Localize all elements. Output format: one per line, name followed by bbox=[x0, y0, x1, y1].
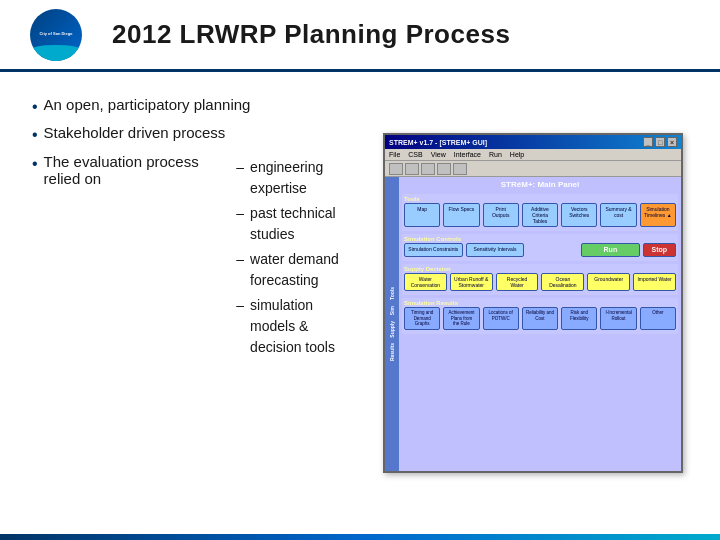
left-sidebar: Tools Sim Supply Results bbox=[385, 177, 399, 471]
logo: City of San Diego bbox=[30, 9, 82, 61]
sim-controls-row: Simulation Constraints Sensitivity Inter… bbox=[404, 243, 676, 257]
sub-bullet-3: water demand water demand forecasting fo… bbox=[236, 249, 358, 291]
menu-csb[interactable]: CSB bbox=[408, 151, 422, 158]
window-body: Tools Sim Supply Results STRéM+: Main Pa… bbox=[385, 177, 681, 471]
groundwater-btn[interactable]: Groundwater bbox=[587, 273, 630, 291]
tb-btn-2[interactable] bbox=[405, 163, 419, 175]
sidebar-label-1: Tools bbox=[389, 287, 395, 300]
bullet-3: The evaluation process relied on enginee… bbox=[32, 153, 358, 362]
tb-btn-5[interactable] bbox=[453, 163, 467, 175]
ocean-desal-btn[interactable]: Ocean Desalination bbox=[541, 273, 584, 291]
main-panels: STRéM+: Main Panel Tools Map Flow Specs … bbox=[399, 177, 681, 471]
tb-btn-3[interactable] bbox=[421, 163, 435, 175]
footer-line bbox=[0, 534, 720, 540]
page-title: 2012 LRWRP Planning Process bbox=[112, 19, 510, 50]
header: City of San Diego 2012 LRWRP Planning Pr… bbox=[0, 0, 720, 72]
toolbar bbox=[385, 161, 681, 177]
supply-label: Supply Decision bbox=[404, 266, 676, 272]
menu-file[interactable]: File bbox=[389, 151, 400, 158]
results-section: Simulation Results Timing and Demand Gra… bbox=[402, 298, 678, 333]
sim-constraints-btn[interactable]: Simulation Constraints bbox=[404, 243, 463, 257]
sim-controls-section: Simulation Controls Simulation Constrain… bbox=[402, 234, 678, 261]
other-btn[interactable]: Other bbox=[640, 307, 676, 329]
minimize-btn[interactable]: _ bbox=[643, 137, 653, 147]
tools-section: Tools Map Flow Specs Print Outputs Addit… bbox=[402, 194, 678, 231]
content-area: An open, participatory planning Stakehol… bbox=[0, 72, 720, 534]
additive-btn[interactable]: Additive Criteria Tables bbox=[522, 203, 558, 227]
main-bullet-list: An open, participatory planning Stakehol… bbox=[32, 96, 358, 368]
text-section: An open, participatory planning Stakehol… bbox=[32, 96, 358, 510]
water-conservation-btn[interactable]: Water Conservation bbox=[404, 273, 447, 291]
urban-runoff-btn[interactable]: Urban Runoff & Stormwater bbox=[450, 273, 493, 291]
sidebar-label-3: Supply bbox=[389, 321, 395, 338]
window-titlebar: STREM+ v1.7 - [STREM+ GUI] _ □ × bbox=[385, 135, 681, 149]
sub-bullet-2: past technical studies bbox=[236, 203, 358, 245]
tb-btn-4[interactable] bbox=[437, 163, 451, 175]
stop-btn[interactable]: Stop bbox=[643, 243, 676, 257]
reliability-btn[interactable]: Reliability and Cost bbox=[522, 307, 558, 329]
supply-section: Supply Decision Water Conservation Urban… bbox=[402, 264, 678, 295]
run-btn[interactable]: Run bbox=[581, 243, 640, 257]
sidebar-label-2: Sim bbox=[389, 306, 395, 315]
demand-graphs-btn[interactable]: Timing and Demand Graphs bbox=[404, 307, 440, 329]
menu-interface[interactable]: Interface bbox=[454, 151, 481, 158]
logo-area: City of San Diego bbox=[16, 7, 96, 63]
window-controls: _ □ × bbox=[643, 137, 677, 147]
bullet-2: Stakeholder driven process bbox=[32, 124, 358, 146]
recycled-water-btn[interactable]: Recycled Water bbox=[496, 273, 539, 291]
incremental-btn[interactable]: I-Incremental Rollout bbox=[600, 307, 636, 329]
sub-bullet-4: simulation models & simulation models & … bbox=[236, 295, 358, 358]
sub-bullet-1: engineering expertise bbox=[236, 157, 358, 199]
panel-title: STRéM+: Main Panel bbox=[402, 180, 678, 189]
tb-btn-1[interactable] bbox=[389, 163, 403, 175]
tools-label: Tools bbox=[404, 196, 676, 202]
results-label: Simulation Results bbox=[404, 300, 676, 306]
achievement-btn[interactable]: Achievement Plans from the Rule bbox=[443, 307, 479, 329]
sim-timelines-btn[interactable]: Simulation Timelines ▲ bbox=[640, 203, 676, 227]
logo-text: City of San Diego bbox=[37, 30, 74, 38]
sensitivity-btn[interactable]: Sensitivity Intervals bbox=[466, 243, 525, 257]
window-title: STREM+ v1.7 - [STREM+ GUI] bbox=[389, 139, 487, 146]
close-btn[interactable]: × bbox=[667, 137, 677, 147]
summary-btn[interactable]: Summary & cost bbox=[600, 203, 636, 227]
imported-water-btn[interactable]: Imported Water bbox=[633, 273, 676, 291]
menu-view[interactable]: View bbox=[431, 151, 446, 158]
maximize-btn[interactable]: □ bbox=[655, 137, 665, 147]
menubar: File CSB View Interface Run Help bbox=[385, 149, 681, 161]
slide: City of San Diego 2012 LRWRP Planning Pr… bbox=[0, 0, 720, 540]
app-window: STREM+ v1.7 - [STREM+ GUI] _ □ × File CS… bbox=[383, 133, 683, 473]
screenshot-area: STREM+ v1.7 - [STREM+ GUI] _ □ × File CS… bbox=[378, 96, 688, 510]
results-row: Timing and Demand Graphs Achievement Pla… bbox=[404, 307, 676, 329]
supply-row: Water Conservation Urban Runoff & Stormw… bbox=[404, 273, 676, 291]
menu-help[interactable]: Help bbox=[510, 151, 524, 158]
sidebar-label-4: Results bbox=[389, 343, 395, 361]
map-btn[interactable]: Map bbox=[404, 203, 440, 227]
risk-btn[interactable]: Risk and Flexibility bbox=[561, 307, 597, 329]
vectors-btn[interactable]: Vectors Switches bbox=[561, 203, 597, 227]
flow-specs-btn[interactable]: Flow Specs bbox=[443, 203, 479, 227]
locations-btn[interactable]: Locations of POTW/C bbox=[483, 307, 519, 329]
tools-row: Map Flow Specs Print Outputs Additive Cr… bbox=[404, 203, 676, 227]
menu-run[interactable]: Run bbox=[489, 151, 502, 158]
logo-wave bbox=[30, 45, 82, 61]
sim-controls-label: Simulation Controls bbox=[404, 236, 676, 242]
sub-bullet-list: engineering expertise past technical stu… bbox=[236, 157, 358, 362]
print-btn[interactable]: Print Outputs bbox=[483, 203, 519, 227]
bullet-1: An open, participatory planning bbox=[32, 96, 358, 118]
